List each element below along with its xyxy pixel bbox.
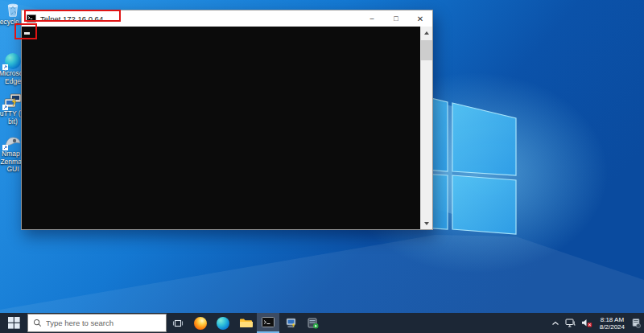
putty-icon bbox=[285, 318, 297, 329]
taskbar: 8:18 AM 8/2/2024 bbox=[0, 313, 644, 333]
taskbar-edge-button[interactable] bbox=[212, 313, 234, 333]
tray-volume-button[interactable] bbox=[581, 319, 592, 327]
console-window-icon bbox=[27, 14, 36, 23]
system-tray: 8:18 AM 8/2/2024 bbox=[551, 313, 644, 333]
volume-muted-icon bbox=[581, 319, 592, 327]
scrollbar[interactable] bbox=[420, 27, 432, 229]
window-titlebar[interactable]: Telnet 172.16.0.64 – □ ✕ bbox=[22, 10, 432, 27]
firefox-icon bbox=[194, 317, 207, 330]
task-view-icon bbox=[172, 319, 184, 328]
taskbar-file-explorer-button[interactable] bbox=[234, 313, 257, 333]
scroll-up-icon bbox=[424, 31, 429, 35]
server-app-icon bbox=[308, 318, 319, 329]
terminal-cursor bbox=[24, 32, 30, 35]
taskbar-command-prompt-button[interactable] bbox=[257, 313, 279, 333]
task-view-button[interactable] bbox=[167, 313, 189, 333]
scroll-down-icon bbox=[424, 222, 429, 225]
desktop-icon-recycle-bin[interactable]: Recycle Bin bbox=[3, 2, 23, 18]
maximize-button[interactable]: □ bbox=[384, 10, 408, 27]
scroll-up-button[interactable] bbox=[421, 27, 432, 39]
search-icon bbox=[33, 319, 42, 327]
server-tray-icon bbox=[632, 318, 641, 328]
desktop: Recycle Bin Microsoft Edge PuTTY (64-bit… bbox=[0, 0, 644, 333]
terminal-screen[interactable] bbox=[22, 27, 432, 229]
start-button[interactable] bbox=[0, 313, 27, 333]
tray-network-button[interactable] bbox=[565, 319, 576, 327]
edge-icon bbox=[217, 317, 229, 330]
clock-date: 8/2/2024 bbox=[600, 323, 625, 331]
clock-time: 8:18 AM bbox=[600, 316, 625, 323]
taskbar-search-box[interactable] bbox=[27, 314, 167, 332]
window-title: Telnet 172.16.0.64 bbox=[40, 14, 103, 23]
network-icon bbox=[565, 319, 576, 327]
scrollbar-thumb[interactable] bbox=[421, 40, 432, 60]
taskbar-putty-button[interactable] bbox=[279, 313, 302, 333]
desktop-icon-nmap-zenmap[interactable]: Nmap - Zenmap GUI bbox=[3, 134, 23, 150]
recycle-bin-icon bbox=[4, 2, 22, 18]
chevron-up-icon bbox=[551, 321, 559, 326]
scroll-down-button[interactable] bbox=[421, 217, 432, 229]
desktop-icon-putty[interactable]: PuTTY (64-bit) bbox=[3, 93, 23, 109]
command-prompt-icon bbox=[262, 317, 275, 327]
file-explorer-icon bbox=[239, 318, 253, 328]
minimize-button[interactable]: – bbox=[360, 10, 384, 27]
taskbar-server-app-button[interactable] bbox=[302, 313, 324, 333]
tray-server-button[interactable] bbox=[632, 318, 641, 328]
close-button[interactable]: ✕ bbox=[408, 10, 432, 27]
tray-expand-button[interactable] bbox=[551, 321, 559, 326]
telnet-window: Telnet 172.16.0.64 – □ ✕ bbox=[21, 10, 433, 230]
desktop-icon-microsoft-edge[interactable]: Microsoft Edge bbox=[3, 53, 23, 69]
taskbar-firefox-button[interactable] bbox=[189, 313, 212, 333]
search-input[interactable] bbox=[46, 319, 151, 327]
taskbar-clock[interactable]: 8:18 AM 8/2/2024 bbox=[600, 316, 625, 331]
windows-start-icon bbox=[8, 317, 20, 329]
